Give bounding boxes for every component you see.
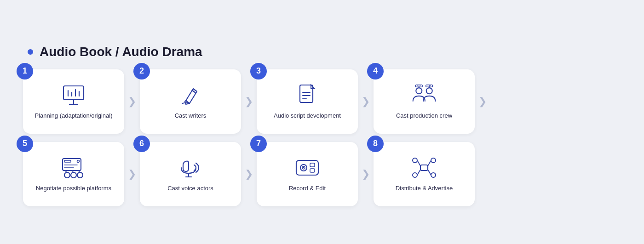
svg-point-39	[413, 173, 417, 177]
svg-line-42	[417, 160, 420, 166]
step-number-1: 1	[17, 63, 33, 79]
trailing-arrow: ❯	[478, 96, 487, 108]
step-label-6: Cast voice actors	[167, 184, 213, 193]
arrow-6-to-7: ❯	[245, 168, 253, 180]
step-label-7: Record & Edit	[289, 184, 326, 193]
step-card-1: 1 Planning (adaptation/original)	[23, 69, 124, 134]
step-label-1: Planning (adaptation/original)	[34, 112, 112, 120]
svg-point-26	[64, 172, 70, 178]
presentation-icon	[61, 82, 86, 108]
arrow-3-to-4: ❯	[362, 96, 370, 108]
step-card-8: 8 Distribute & Advertise	[374, 142, 475, 206]
step-card-6: 6 Cast voice actors	[140, 142, 241, 206]
step-card-2: 2 Cast writers	[140, 69, 241, 134]
step-number-6: 6	[133, 136, 150, 152]
page-title: Audio Book / Audio Drama	[40, 45, 202, 59]
flow-container: 1 Planning (adaptation/original)❯2 Cast …	[0, 65, 644, 211]
step-label-8: Distribute & Advertise	[396, 184, 453, 193]
svg-point-27	[71, 172, 76, 178]
svg-line-44	[428, 160, 431, 166]
step-card-7: 7 Record & Edit	[257, 142, 358, 206]
step-number-3: 3	[250, 63, 267, 79]
arrow-5-to-6: ❯	[128, 168, 136, 180]
svg-rect-35	[310, 163, 315, 167]
pen-icon	[178, 82, 203, 108]
svg-rect-36	[310, 169, 315, 172]
step-number-8: 8	[367, 136, 384, 152]
step-number-5: 5	[17, 136, 33, 152]
step-number-2: 2	[133, 63, 150, 79]
document-icon	[294, 82, 320, 108]
step-label-5: Negotiate possible platforms	[36, 184, 111, 193]
voice-icon	[178, 155, 203, 181]
arrow-7-to-8: ❯	[362, 168, 370, 180]
step-card-4: 4 Cast production crew	[374, 69, 475, 134]
svg-point-28	[77, 172, 83, 178]
step-number-7: 7	[250, 136, 267, 152]
record-icon	[294, 155, 320, 181]
step-label-4: Cast production crew	[396, 112, 452, 120]
distribute-icon	[411, 155, 437, 181]
arrow-1-to-2: ❯	[128, 96, 136, 108]
svg-point-40	[431, 158, 436, 163]
svg-rect-37	[420, 165, 428, 170]
title-dot	[28, 49, 33, 55]
svg-point-41	[431, 173, 436, 177]
arrow-2-to-3: ❯	[245, 96, 253, 108]
step-card-3: 3 Audio script development	[257, 69, 358, 134]
svg-point-38	[413, 158, 417, 163]
svg-line-43	[417, 170, 420, 175]
step-label-3: Audio script development	[274, 112, 341, 120]
svg-point-11	[416, 88, 422, 94]
step-card-5: 5 Negotiate possible platforms	[23, 142, 124, 206]
svg-point-12	[426, 88, 432, 94]
svg-rect-0	[63, 86, 84, 100]
title-section: Audio Book / Audio Drama	[0, 34, 644, 65]
flow-row-2: 5 Negotiate possible platforms❯6 Cast vo…	[23, 142, 621, 206]
step-label-2: Cast writers	[175, 112, 207, 120]
crew-icon	[411, 82, 437, 108]
svg-rect-22	[64, 160, 71, 162]
step-number-4: 4	[367, 63, 384, 79]
svg-point-34	[303, 167, 304, 168]
svg-point-23	[77, 160, 80, 163]
flow-row-1: 1 Planning (adaptation/original)❯2 Cast …	[23, 69, 621, 134]
svg-line-45	[428, 170, 431, 175]
platforms-icon	[61, 155, 86, 181]
